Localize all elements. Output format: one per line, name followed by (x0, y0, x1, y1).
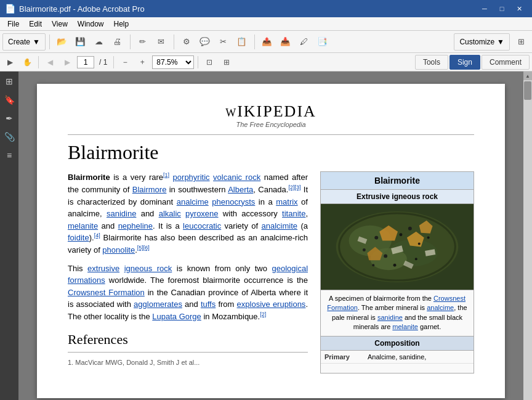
menu-file[interactable]: File (2, 18, 24, 30)
right-scrollbar[interactable]: ▲ (523, 71, 532, 400)
email-button[interactable]: ✉ (153, 33, 170, 51)
link-agglomerates[interactable]: agglomerates (134, 300, 182, 309)
sidebar-signatures[interactable]: ✒ (2, 111, 17, 126)
sidebar-layers[interactable]: ≡ (2, 148, 17, 163)
save-button[interactable]: 💾 (72, 33, 89, 51)
ref-2b[interactable]: [2] (260, 311, 266, 317)
print-button[interactable]: 🖨 (109, 33, 126, 51)
ref-4[interactable]: [4] (94, 232, 100, 239)
link-volcanic-rock[interactable]: volcanic rock (213, 173, 260, 182)
link-explosive-eruptions[interactable]: explosive eruptions (237, 300, 306, 309)
scroll-thumb[interactable] (524, 81, 531, 100)
minimize-button[interactable]: ─ (477, 3, 493, 14)
link-foidite[interactable]: foidite (68, 233, 89, 242)
link-alkalic[interactable]: alkalic (159, 209, 181, 218)
link-analcime[interactable]: analcime (177, 197, 209, 206)
scroll-up-arrow[interactable]: ▲ (523, 71, 532, 80)
ref-1[interactable]: [1] (163, 172, 169, 178)
infobox-image (321, 204, 474, 290)
svg-point-18 (427, 237, 430, 239)
link-nepheline[interactable]: nepheline (118, 221, 153, 231)
page-total: / 1 (97, 58, 110, 67)
toolbar: Create ▼ 📂 💾 ☁ 🖨 ✏ ✉ ⚙ 💬 ✂ 📋 📤 📥 🖊 📑 Cus… (0, 31, 532, 53)
intro-paragraph: Blairmorite is a very rare[1] porphyriti… (68, 171, 308, 256)
link-crowsnest-formation[interactable]: Crowsnest Formation (68, 288, 145, 297)
menu-window[interactable]: Window (73, 18, 109, 30)
link-matrix[interactable]: matrix (276, 197, 297, 206)
settings-button[interactable]: ⚙ (178, 33, 195, 51)
sidebar-attachments[interactable]: 📎 (2, 129, 17, 144)
sign-icon-button[interactable]: 🖊 (296, 33, 313, 51)
references-content: 1. MacVicar MWG, Donald J, Smith J et al… (68, 357, 308, 368)
create-button[interactable]: Create ▼ (2, 33, 46, 51)
nav-select-mode[interactable]: ▶ (2, 55, 17, 69)
link-blairmore[interactable]: Blairmore (132, 185, 167, 194)
link-analcime-caption[interactable]: analcime (427, 304, 454, 311)
svg-point-14 (399, 233, 402, 236)
customize-button[interactable]: Customize ▼ (454, 33, 510, 51)
close-button[interactable]: ✕ (511, 3, 527, 14)
maximize-button[interactable]: □ (494, 3, 510, 14)
menu-help[interactable]: Help (109, 18, 134, 30)
link-porphyritic[interactable]: porphyritic (173, 173, 210, 182)
link-sanidine[interactable]: sanidine (107, 209, 136, 218)
tools-button[interactable]: Tools (415, 55, 448, 70)
link-phonolite[interactable]: phonolite (102, 245, 135, 255)
title-bar: 📄 Blairmorite.pdf - Adobe Acrobat Pro ─ … (0, 0, 532, 17)
fit-width-button[interactable]: ⊞ (219, 55, 234, 69)
pages-button[interactable]: 📑 (314, 33, 331, 51)
title-bar-title: Blairmorite.pdf - Adobe Acrobat Pro (19, 4, 145, 14)
clipboard-button[interactable]: 📋 (233, 33, 251, 51)
zoom-out-button[interactable]: − (118, 55, 132, 69)
nav-separator-1 (38, 56, 39, 68)
link-titanite[interactable]: titanite (282, 209, 305, 218)
toolbar-separator-3 (174, 35, 174, 49)
comment-icon-button[interactable]: 💬 (196, 33, 214, 51)
link-alberta[interactable]: Alberta (228, 185, 253, 194)
nav-forward[interactable]: ▶ (60, 55, 75, 69)
nav-hand-tool[interactable]: ✋ (20, 55, 34, 69)
customize-label: Customize (459, 38, 494, 46)
open-button[interactable]: 📂 (54, 33, 71, 51)
nav-separator-2 (113, 56, 114, 68)
zoom-select[interactable]: 87.5% 50% 75% 100% 125% (152, 55, 194, 69)
sidebar-bookmarks[interactable]: 🔖 (2, 92, 17, 107)
export-button[interactable]: 📤 (259, 33, 276, 51)
link-extrusive[interactable]: extrusive (87, 264, 119, 273)
ref-5-6[interactable]: [5][6] (137, 245, 150, 251)
link-pyroxene[interactable]: pyroxene (185, 209, 218, 218)
infobox-label-primary: Primary (321, 351, 364, 363)
link-analcimite[interactable]: analcimite (262, 221, 298, 231)
cut-button[interactable]: ✂ (215, 33, 232, 51)
nav-separator-3 (198, 56, 198, 68)
app-icon: 📄 (5, 4, 15, 14)
link-melanite[interactable]: melanite (68, 221, 98, 231)
link-igneous-rock[interactable]: igneous rock (124, 264, 172, 273)
link-tuffs[interactable]: tuffs (201, 300, 216, 309)
rock-specimen-svg (321, 204, 474, 290)
import-button[interactable]: 📥 (277, 33, 294, 51)
nav-back[interactable]: ◀ (42, 55, 57, 69)
menu-view[interactable]: View (47, 18, 73, 30)
scroll-area[interactable]: WIKIPEDIA The Free Encyclopedia Blairmor… (18, 71, 523, 400)
fit-page-button[interactable]: ⊡ (202, 55, 217, 69)
article-title: Blairmorite (68, 141, 474, 164)
menu-edit[interactable]: Edit (24, 18, 47, 30)
link-lupata-gorge[interactable]: Lupata Gorge (152, 312, 201, 321)
comment-button[interactable]: Comment (482, 55, 530, 70)
infobox-value-primary: Analcime, sanidine, (364, 351, 430, 363)
page-number-input[interactable] (77, 56, 94, 68)
sign-button[interactable]: Sign (449, 55, 480, 70)
link-leucocratic[interactable]: leucocratic (183, 221, 221, 231)
zoom-in-button[interactable]: + (135, 55, 150, 69)
main-content: ⊞ 🔖 ✒ 📎 ≡ WIKIPEDIA The Free Encyclopedi… (0, 71, 532, 400)
title-bar-controls[interactable]: ─ □ ✕ (477, 3, 527, 14)
upload-button[interactable]: ☁ (91, 33, 108, 51)
link-melanite-caption[interactable]: melanite (392, 323, 418, 330)
link-phenocrysts[interactable]: phenocrysts (212, 197, 255, 206)
ref-2-3[interactable]: [2][3] (288, 184, 300, 190)
expand-button[interactable]: ⊞ (512, 33, 530, 51)
link-sanidine-caption[interactable]: sanidine (377, 314, 403, 321)
sidebar-page-thumbnails[interactable]: ⊞ (2, 74, 17, 89)
edit-button[interactable]: ✏ (134, 33, 151, 51)
